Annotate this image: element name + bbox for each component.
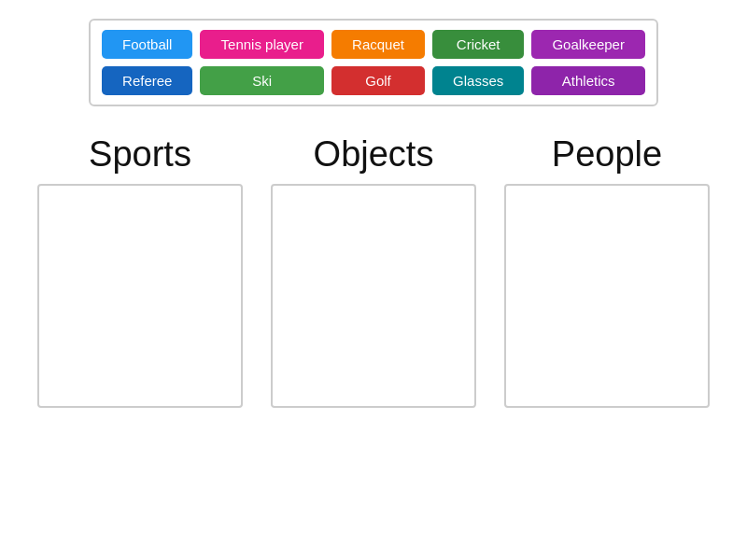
category-people: People — [504, 134, 710, 408]
word-chip-tennis-player[interactable]: Tennis player — [200, 30, 324, 59]
word-chip-ski[interactable]: Ski — [200, 66, 324, 95]
category-title-people: People — [552, 134, 662, 175]
word-chip-football[interactable]: Football — [102, 30, 192, 59]
category-title-objects: Objects — [314, 134, 434, 175]
categories-container: SportsObjectsPeople — [19, 134, 728, 408]
word-chip-referee[interactable]: Referee — [102, 66, 192, 95]
word-chip-goalkeeper[interactable]: Goalkeeper — [531, 30, 645, 59]
drop-zone-objects[interactable] — [271, 184, 476, 408]
drop-zone-people[interactable] — [504, 184, 710, 408]
word-bank: FootballTennis playerRacquetCricketGoalk… — [89, 19, 658, 106]
category-objects: Objects — [271, 134, 476, 408]
drop-zone-sports[interactable] — [37, 184, 243, 408]
word-chip-golf[interactable]: Golf — [331, 66, 425, 95]
word-chip-athletics[interactable]: Athletics — [531, 66, 645, 95]
word-chip-cricket[interactable]: Cricket — [432, 30, 524, 59]
word-chip-racquet[interactable]: Racquet — [331, 30, 425, 59]
category-sports: Sports — [37, 134, 243, 408]
word-chip-glasses[interactable]: Glasses — [432, 66, 524, 95]
category-title-sports: Sports — [89, 134, 191, 175]
